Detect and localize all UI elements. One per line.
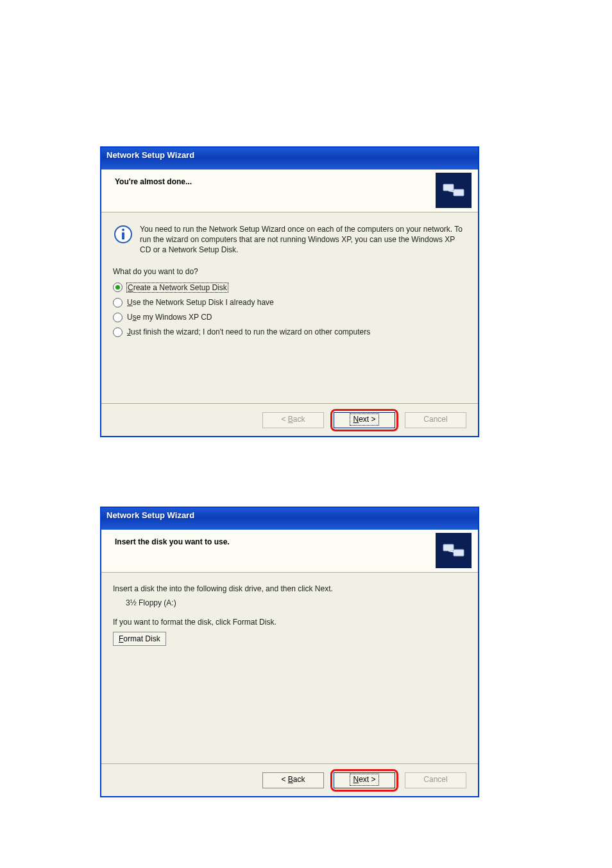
option-use-xp-cd[interactable]: Use my Windows XP CD [113, 313, 466, 322]
drive-name: 3½ Floppy (A:) [126, 598, 466, 607]
wizard-footer: < Back Next > Cancel [101, 763, 478, 796]
wizard-header: Insert the disk you want to use. [101, 530, 478, 573]
network-computers-icon [441, 178, 466, 204]
info-icon [113, 224, 133, 245]
format-disk-button[interactable]: Format Disk [113, 632, 166, 646]
option-label: Create a Network Setup Disk [126, 282, 228, 293]
wizard-body: Insert a disk the into the following dis… [101, 573, 478, 646]
option-label: Use the Network Setup Disk I already hav… [126, 298, 275, 307]
wizard-body: You need to run the Network Setup Wizard… [101, 213, 478, 337]
option-create-disk[interactable]: Create a Network Setup Disk [113, 282, 466, 293]
option-label: Use my Windows XP CD [126, 313, 212, 322]
radio-icon [113, 282, 123, 292]
radio-icon [113, 313, 123, 322]
network-setup-wizard-step-insert-disk: Network Setup Wizard Insert the disk you… [100, 507, 479, 797]
option-use-existing-disk[interactable]: Use the Network Setup Disk I already hav… [113, 298, 466, 308]
question-text: What do you want to do? [113, 267, 466, 276]
next-button-highlight: Next > [330, 769, 398, 792]
radio-icon [113, 298, 123, 308]
next-button-highlight: Next > [330, 409, 398, 431]
cancel-button: Cancel [405, 412, 466, 428]
title-bar: Network Setup Wizard [101, 148, 478, 169]
page-title: Insert the disk you want to use. [115, 537, 230, 546]
window-title: Network Setup Wizard [106, 510, 194, 520]
instruction-line-2: If you want to format the disk, click Fo… [113, 618, 466, 627]
radio-icon [113, 327, 123, 337]
svg-point-4 [122, 229, 124, 231]
title-bar: Network Setup Wizard [101, 508, 478, 530]
next-button[interactable]: Next > [334, 412, 395, 428]
option-label: Just finish the wizard; I don't need to … [126, 327, 371, 336]
network-computers-icon [441, 538, 466, 564]
svg-rect-5 [122, 232, 124, 239]
network-setup-wizard-step-almost-done: Network Setup Wizard You're almost done.… [100, 146, 479, 437]
wizard-footer: < Back Next > Cancel [101, 403, 478, 436]
back-button: < Back [262, 412, 324, 428]
option-just-finish[interactable]: Just finish the wizard; I don't need to … [113, 327, 466, 337]
next-button[interactable]: Next > [334, 772, 395, 788]
cancel-button: Cancel [405, 772, 466, 788]
back-button[interactable]: < Back [262, 772, 324, 788]
page-title: You're almost done... [115, 177, 192, 186]
svg-rect-0 [443, 184, 454, 191]
info-text: You need to run the Network Setup Wizard… [140, 224, 466, 256]
network-icon [436, 173, 472, 208]
instruction-line-1: Insert a disk the into the following dis… [113, 584, 466, 593]
window-title: Network Setup Wizard [106, 150, 194, 160]
network-icon [436, 533, 472, 568]
wizard-header: You're almost done... [101, 169, 478, 213]
svg-rect-6 [443, 544, 454, 551]
